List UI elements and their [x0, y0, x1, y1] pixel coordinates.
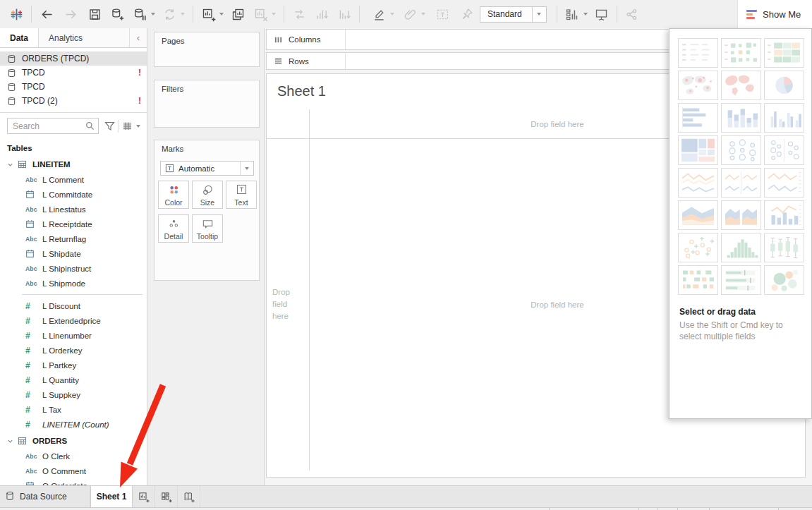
showme-horizontal-bars[interactable]	[678, 103, 718, 133]
new-dashboard-button[interactable]	[155, 486, 178, 507]
field-item[interactable]: L Commitdate	[0, 187, 147, 202]
showme-bullet-graph[interactable]	[721, 265, 761, 295]
showme-histogram[interactable]	[721, 233, 761, 262]
mark-type-dropdown[interactable]: Automatic	[160, 161, 254, 176]
size-button[interactable]: Size	[192, 181, 223, 209]
fit-dropdown[interactable]: Standard	[480, 6, 547, 23]
showme-highlight-table[interactable]	[764, 38, 804, 68]
duplicate-sheet-icon[interactable]	[229, 5, 247, 23]
field-item[interactable]: AbcL Linestatus	[0, 202, 147, 217]
showme-dual-lines[interactable]	[764, 168, 804, 198]
mark-type-caret[interactable]	[240, 162, 253, 175]
view-options-caret[interactable]	[136, 125, 140, 128]
pages-card[interactable]: Pages	[154, 32, 260, 67]
text-button[interactable]: Text	[226, 181, 257, 209]
field-item[interactable]: #L Linenumber	[0, 328, 147, 343]
showme-gantt[interactable]	[678, 265, 718, 295]
showme-packed-bubbles[interactable]	[764, 265, 804, 295]
paperclip-icon[interactable]	[401, 5, 419, 23]
highlight-icon[interactable]	[370, 5, 388, 23]
field-item[interactable]: AbcL Returnflag	[0, 231, 147, 246]
showme-heat-map[interactable]	[721, 38, 761, 68]
showme-filled-map[interactable]	[721, 71, 761, 100]
detail-button[interactable]: Detail	[158, 214, 189, 243]
table-group-header[interactable]: ORDERS	[0, 433, 147, 449]
tab-data[interactable]: Data	[0, 28, 39, 47]
pause-updates-caret[interactable]	[151, 13, 155, 16]
field-item[interactable]: #L Orderkey	[0, 343, 147, 358]
tooltip-button[interactable]: Tooltip	[192, 214, 223, 243]
text-label-icon[interactable]	[433, 5, 452, 23]
showme-box-and-whisker[interactable]	[764, 233, 804, 262]
pause-updates-icon[interactable]	[131, 5, 149, 23]
field-item[interactable]: AbcL Shipmode	[0, 276, 147, 291]
chevron-down-icon[interactable]	[7, 438, 13, 444]
showme-side-by-side-bars[interactable]	[764, 103, 804, 133]
showme-stacked-bars[interactable]	[721, 103, 761, 133]
filters-card[interactable]: Filters	[154, 80, 260, 128]
datasource-item[interactable]: TPCD	[0, 80, 147, 94]
showme-text-table[interactable]	[678, 38, 718, 68]
refresh-caret[interactable]	[181, 13, 185, 16]
showme-area-discrete[interactable]	[721, 200, 761, 230]
new-worksheet-caret[interactable]	[219, 13, 224, 16]
new-worksheet-button[interactable]	[133, 486, 155, 507]
pin-icon[interactable]	[457, 5, 475, 23]
show-me-button[interactable]: Show Me	[737, 0, 812, 28]
showme-symbol-map[interactable]	[678, 71, 718, 100]
showme-pie-chart[interactable]	[764, 71, 804, 100]
search-box[interactable]	[7, 118, 99, 134]
field-item[interactable]: #L Discount	[0, 298, 147, 313]
collapse-pane-icon[interactable]: ‹	[130, 28, 147, 47]
showme-lines-discrete[interactable]	[721, 168, 761, 198]
show-mark-labels-caret[interactable]	[583, 13, 588, 16]
field-item[interactable]: #L Extendedprice	[0, 313, 147, 328]
field-item[interactable]: #LINEITEM (Count)	[0, 417, 147, 432]
highlight-caret[interactable]	[390, 13, 394, 16]
sort-ascending-icon[interactable]	[313, 5, 331, 23]
redo-icon[interactable]	[61, 5, 80, 23]
new-story-button[interactable]	[178, 486, 200, 507]
field-item[interactable]: AbcL Shipinstruct	[0, 261, 147, 276]
showme-treemap[interactable]	[678, 135, 718, 165]
field-item[interactable]: #L Quantity	[0, 372, 147, 387]
undo-icon[interactable]	[37, 5, 56, 23]
refresh-icon[interactable]	[160, 5, 178, 23]
datasource-item[interactable]: ORDERS (TPCD)	[0, 51, 147, 66]
sort-descending-icon[interactable]	[335, 5, 353, 23]
new-datasource-icon[interactable]	[108, 5, 126, 23]
drop-zone-rows[interactable]: Drop field here	[272, 138, 303, 470]
datasource-item[interactable]: TPCD!	[0, 66, 147, 80]
datasource-item[interactable]: TPCD (2)!	[0, 94, 147, 108]
new-worksheet-icon[interactable]	[199, 5, 217, 23]
field-item[interactable]: AbcO Clerk	[0, 449, 147, 463]
field-item[interactable]: AbcO Comment	[0, 463, 147, 478]
save-icon[interactable]	[85, 5, 104, 23]
swap-axes-icon[interactable]	[290, 5, 308, 23]
show-mark-labels-icon[interactable]	[563, 5, 581, 23]
showme-scatter-plot[interactable]	[678, 233, 718, 262]
showme-area-continuous[interactable]	[678, 200, 718, 230]
fit-dropdown-caret[interactable]	[532, 7, 546, 22]
table-group-header[interactable]: LINEITEM	[0, 157, 147, 172]
presentation-mode-icon[interactable]	[593, 5, 611, 23]
color-button[interactable]: Color	[158, 181, 189, 209]
view-options-icon[interactable]	[120, 119, 134, 133]
showme-side-by-side-circles[interactable]	[764, 135, 804, 165]
field-item[interactable]: L Receiptdate	[0, 217, 147, 231]
share-icon[interactable]	[623, 5, 641, 23]
tab-analytics[interactable]: Analytics	[39, 28, 130, 47]
chevron-down-icon[interactable]	[7, 162, 13, 168]
field-item[interactable]: L Shipdate	[0, 246, 147, 261]
field-item[interactable]: O Orderdate	[0, 478, 147, 485]
showme-circle-views[interactable]	[721, 135, 761, 165]
data-source-tab[interactable]: Data Source	[0, 486, 90, 507]
field-item[interactable]: AbcL Comment	[0, 172, 147, 187]
field-item[interactable]: #L Suppkey	[0, 387, 147, 402]
showme-dual-combination[interactable]	[764, 200, 804, 230]
filter-fields-icon[interactable]	[103, 119, 117, 133]
paperclip-caret[interactable]	[421, 13, 425, 16]
field-item[interactable]: #L Tax	[0, 402, 147, 417]
showme-lines-continuous[interactable]	[678, 168, 718, 198]
clear-sheet-icon[interactable]	[251, 5, 269, 23]
